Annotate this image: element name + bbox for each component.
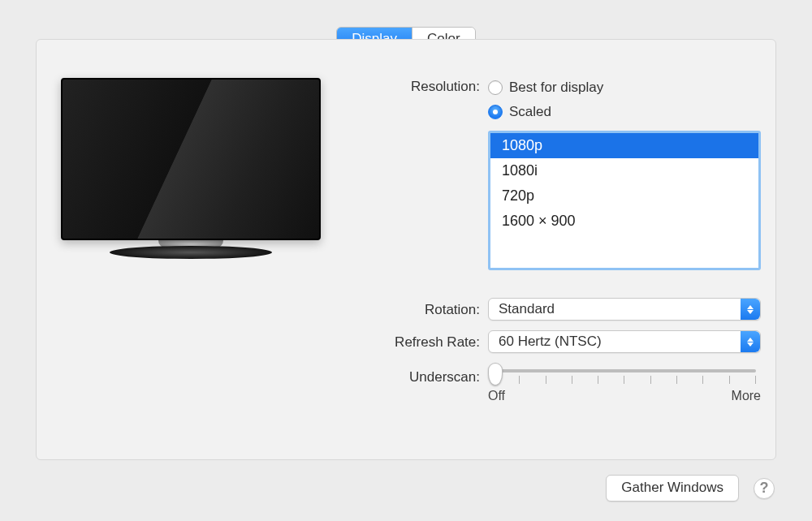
gather-windows-button[interactable]: Gather Windows (606, 475, 739, 502)
chevron-up-down-icon (741, 299, 760, 320)
slider-thumb[interactable] (488, 363, 503, 385)
resolution-best-label: Best for display (509, 80, 603, 96)
resolution-label: Resolution: (361, 77, 488, 95)
settings-panel: Resolution: Best for display Scaled 1080… (36, 39, 776, 460)
rotation-value: Standard (499, 301, 555, 317)
underscan-slider[interactable]: Off More (488, 368, 761, 413)
resolution-option[interactable]: 1080i (490, 158, 758, 183)
resolution-option[interactable]: 720p (490, 183, 758, 209)
underscan-off-label: Off (488, 389, 505, 403)
resolution-scaled-label: Scaled (509, 104, 551, 120)
underscan-more-label: More (732, 389, 761, 403)
display-preview-icon (61, 78, 321, 259)
resolution-option[interactable]: 1080p (490, 133, 758, 158)
help-button[interactable]: ? (754, 478, 775, 499)
resolution-option[interactable]: 1600 × 900 (490, 209, 758, 234)
refresh-rate-select[interactable]: 60 Hertz (NTSC) (488, 330, 761, 353)
rotation-select[interactable]: Standard (488, 298, 761, 321)
rotation-label: Rotation: (361, 300, 488, 318)
resolution-best-radio[interactable] (488, 80, 503, 95)
scaled-resolution-list[interactable]: 1080p 1080i 720p 1600 × 900 (488, 131, 761, 270)
chevron-up-down-icon (741, 331, 760, 352)
question-icon: ? (760, 480, 769, 497)
refresh-rate-value: 60 Hertz (NTSC) (499, 334, 602, 350)
refresh-rate-label: Refresh Rate: (361, 333, 488, 351)
resolution-scaled-radio[interactable] (488, 105, 503, 119)
underscan-label: Underscan: (361, 368, 488, 385)
